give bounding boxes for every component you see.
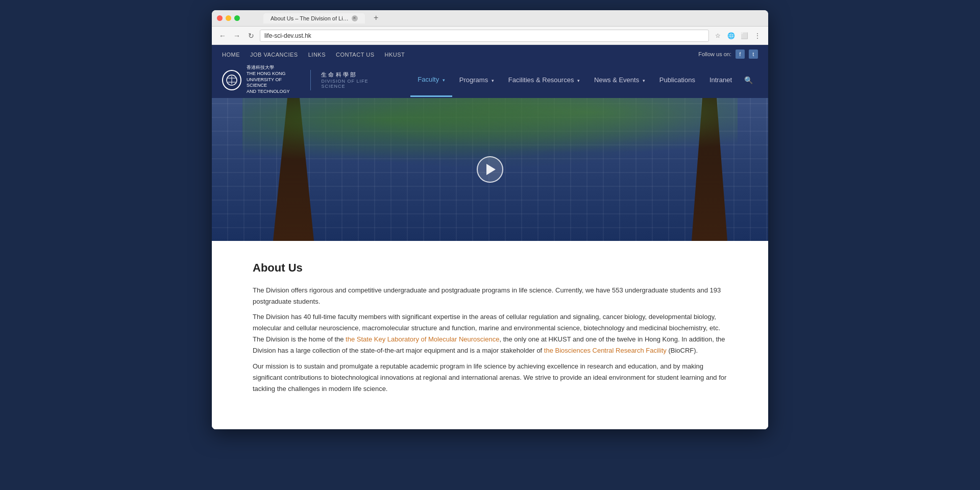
about-section: About Us The Division offers rigorous an… — [212, 241, 768, 429]
globe-icon[interactable]: 🌐 — [725, 30, 737, 41]
search-button[interactable]: 🔍 — [739, 76, 758, 84]
nav-news-link[interactable]: News & Events ▾ — [587, 64, 652, 96]
nav-item-news: News & Events ▾ — [587, 64, 652, 96]
nav-hkust[interactable]: HKUST — [385, 52, 405, 58]
nav-item-faculty: Faculty ▾ — [410, 63, 452, 97]
logo-icon — [222, 70, 241, 90]
programs-dropdown-arrow: ▾ — [492, 78, 494, 83]
bookmark-button[interactable]: ☆ — [712, 30, 723, 41]
university-name-en1: THE HONG KONG — [247, 71, 300, 77]
video-play-button[interactable] — [477, 156, 503, 183]
nav-item-intranet: Intranet — [702, 64, 739, 96]
about-paragraph-3: Our mission is to sustain and promulgate… — [253, 361, 727, 395]
browser-titlebar: About Us – The Division of Li… ✕ + — [212, 10, 768, 27]
minimize-dot[interactable] — [226, 15, 231, 21]
twitter-icon[interactable]: t — [749, 50, 758, 59]
faculty-dropdown-arrow: ▾ — [443, 78, 445, 83]
state-key-lab-link[interactable]: the State Key Laboratory of Molecular Ne… — [346, 335, 499, 343]
back-button[interactable]: ← — [217, 30, 228, 41]
forward-button[interactable]: → — [231, 30, 242, 41]
follow-text: Follow us on: — [698, 51, 731, 57]
logo-divider — [310, 70, 311, 90]
site-logo[interactable]: 香港科技大學 THE HONG KONG UNIVERSITY OF SCIEN… — [222, 65, 390, 94]
nav-intranet-link[interactable]: Intranet — [702, 64, 739, 96]
nav-facilities-link[interactable]: Facilities & Resources ▾ — [501, 64, 587, 96]
nav-job-vacancies[interactable]: JOB VACANCIES — [250, 52, 298, 58]
utility-nav: HOME JOB VACANCIES LINKS CONTACT US HKUS… — [222, 50, 405, 58]
main-nav: 香港科技大學 THE HONG KONG UNIVERSITY OF SCIEN… — [212, 63, 768, 98]
nav-item-programs: Programs ▾ — [452, 64, 501, 96]
hero-banner — [212, 98, 768, 241]
about-paragraph-2: The Division has 40 full-time faculty me… — [253, 311, 727, 356]
close-dot[interactable] — [217, 15, 223, 21]
browser-window: About Us – The Division of Li… ✕ + ← → ↻… — [212, 10, 768, 429]
division-name-cn: 生 命 科 學 部 — [321, 71, 390, 79]
about-paragraph-1: The Division offers rigorous and competi… — [253, 285, 727, 307]
division-logo: 生 命 科 學 部 DIVISION OF LIFE SCIENCE — [321, 71, 390, 89]
fullscreen-dot[interactable] — [234, 15, 240, 21]
nav-links[interactable]: LINKS — [308, 52, 326, 58]
play-triangle-icon — [486, 164, 496, 175]
reload-button[interactable]: ↻ — [246, 30, 257, 41]
browser-toolbar: ← → ↻ ☆ 🌐 ⬜ ⋮ — [212, 27, 768, 45]
news-dropdown-arrow: ▾ — [643, 78, 645, 83]
university-name-en3: AND TECHNOLOGY — [247, 89, 300, 95]
nav-contact-us[interactable]: CONTACT US — [336, 52, 375, 58]
university-name-en2: UNIVERSITY OF SCIENCE — [247, 77, 300, 89]
biocrf-text: (BioCRF) — [668, 347, 696, 354]
facebook-icon[interactable]: f — [736, 50, 745, 59]
main-nav-links: Faculty ▾ Programs ▾ Facilities & Resour… — [410, 63, 758, 97]
division-name-en: DIVISION OF LIFE SCIENCE — [321, 79, 390, 89]
tab-close-button[interactable]: ✕ — [352, 15, 358, 21]
nav-search-item: 🔍 — [739, 76, 758, 84]
browser-tab[interactable]: About Us – The Division of Li… ✕ — [263, 13, 365, 23]
nav-programs-link[interactable]: Programs ▾ — [452, 64, 501, 96]
social-follow: Follow us on: f t — [698, 50, 758, 59]
nav-faculty-link[interactable]: Faculty ▾ — [410, 63, 452, 97]
university-name-cn: 香港科技大學 — [247, 65, 300, 71]
menu-button[interactable]: ⋮ — [752, 30, 763, 41]
utility-bar: HOME JOB VACANCIES LINKS CONTACT US HKUS… — [212, 45, 768, 63]
nav-publications-link[interactable]: Publications — [652, 64, 702, 96]
nav-item-publications: Publications — [652, 64, 702, 96]
window-icon[interactable]: ⬜ — [739, 30, 750, 41]
nav-item-facilities: Facilities & Resources ▾ — [501, 64, 587, 96]
address-bar[interactable] — [260, 30, 709, 42]
tab-title: About Us – The Division of Li… — [271, 15, 349, 21]
biosciences-crf-link[interactable]: the Biosciences Central Research Facilit… — [544, 347, 667, 354]
facilities-dropdown-arrow: ▾ — [577, 78, 580, 83]
about-title: About Us — [253, 261, 727, 275]
logo-text: 香港科技大學 THE HONG KONG UNIVERSITY OF SCIEN… — [247, 65, 300, 94]
nav-home[interactable]: HOME — [222, 52, 240, 58]
new-tab-button[interactable]: + — [370, 12, 382, 24]
website-content: HOME JOB VACANCIES LINKS CONTACT US HKUS… — [212, 45, 768, 429]
